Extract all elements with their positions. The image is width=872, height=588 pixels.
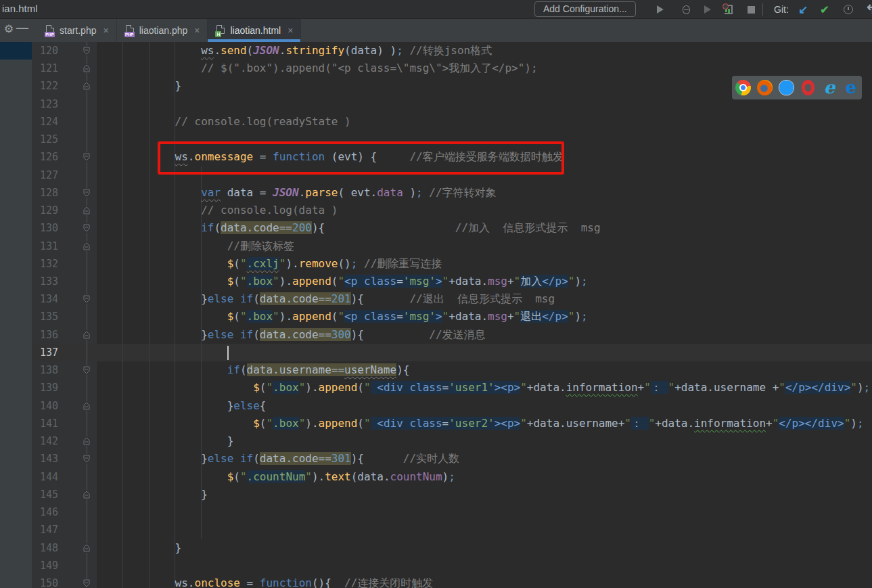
add-configuration-button[interactable]: Add Configuration... — [534, 1, 636, 17]
profiler-icon — [725, 5, 733, 14]
code-text: }else{ — [97, 397, 266, 415]
code-text — [97, 344, 227, 361]
code-line-149[interactable]: 149 — [0, 557, 872, 575]
fold-marker-down-icon[interactable] — [82, 579, 91, 588]
code-line-146[interactable]: 146 — [0, 503, 872, 522]
git-commit-icon[interactable]: ✔ — [817, 0, 832, 19]
run-with-coverage-icon — [704, 5, 711, 14]
fold-marker-down-icon[interactable] — [82, 46, 91, 55]
code-line-142[interactable]: 142 } — [0, 432, 872, 451]
code-line-120[interactable]: 120 ws.send(JSON.stringify(data) ); //转换… — [0, 42, 872, 60]
code-text: ws.send(JSON.stringify(data) ); //转换json… — [97, 42, 492, 60]
html-file-icon: H — [216, 25, 226, 36]
git-update-icon[interactable]: ↙ — [796, 0, 810, 19]
code-line-128[interactable]: 128 var data = JSON.parse( evt.data ); /… — [0, 184, 872, 202]
tab-liaotian.html[interactable]: Hliaotian.html× — [208, 19, 301, 42]
fold-marker-down-icon[interactable] — [82, 454, 91, 463]
fold-marker-up-icon[interactable] — [82, 436, 91, 446]
code-line-144[interactable]: 144 $(".countNum").text(data.countNum); — [0, 468, 872, 487]
code-editor[interactable]: 120 ws.send(JSON.stringify(data) ); //转换… — [0, 42, 872, 588]
code-line-132[interactable]: 132 $(".cxlj").remove(); //删除重写连接 — [0, 255, 872, 273]
code-text: var data = JSON.parse( evt.data ); //字符转… — [97, 184, 497, 202]
code-text: $(".box").append(" <div class='user2'><p… — [97, 415, 864, 432]
code-line-124[interactable]: 124 // console.log(readyState ) — [0, 113, 872, 131]
code-text: ws.onclose = function(){ //连接关闭时触发 — [97, 574, 433, 588]
code-line-138[interactable]: 138 if(data.username==userName){ — [0, 361, 872, 380]
tab-label: liaotian.html — [230, 25, 281, 36]
code-line-147[interactable]: 147 — [0, 521, 872, 539]
rollback-icon[interactable]: ↰ — [863, 0, 872, 19]
code-line-131[interactable]: 131 //删除该标签 — [0, 238, 872, 256]
debug-icon[interactable] — [679, 0, 693, 19]
ie-browser-icon[interactable]: e — [822, 80, 837, 95]
close-icon[interactable]: × — [103, 25, 108, 36]
code-line-150[interactable]: 150 ws.onclose = function(){ //连接关闭时触发 — [0, 574, 872, 588]
git-label: Git: — [770, 0, 793, 19]
code-text: } — [97, 486, 208, 503]
stop-icon[interactable] — [744, 0, 758, 19]
code-line-140[interactable]: 140 }else{ — [0, 397, 872, 415]
fold-marker-down-icon[interactable] — [82, 365, 91, 375]
safari-browser-icon[interactable] — [779, 80, 794, 95]
code-text: //删除该标签 — [97, 238, 294, 255]
firefox-browser-icon[interactable] — [757, 80, 773, 95]
browser-toolbar: ee — [732, 76, 862, 99]
tab-liaotian.php[interactable]: PHPliaotian.php× — [117, 19, 208, 42]
gear-icon[interactable]: ⚙ — [2, 22, 16, 37]
code-text: // console.log(data ) — [97, 202, 338, 219]
code-text: $(".box").append(" <div class='user1'><p… — [97, 379, 870, 397]
opera-browser-icon[interactable] — [801, 80, 814, 95]
code-line-143[interactable]: 143 }else if(data.code==301){ //实时人数 — [0, 450, 872, 468]
code-line-139[interactable]: 139 $(".box").append(" <div class='user1… — [0, 379, 872, 397]
fold-marker-up-icon[interactable] — [82, 64, 91, 73]
code-line-136[interactable]: 136 }else if(data.code==300){ //发送消息 — [0, 326, 872, 344]
tab-start.php[interactable]: PHPstart.php× — [37, 19, 117, 42]
git-commit-icon: ✔ — [820, 3, 829, 16]
fold-marker-up-icon[interactable] — [82, 490, 91, 499]
fold-marker-up-icon[interactable] — [82, 543, 91, 553]
fold-marker-up-icon[interactable] — [82, 401, 91, 411]
code-line-134[interactable]: 134 }else if(data.code==201){ //退出 信息形式提… — [0, 290, 872, 309]
editor-tab-bar: ⚙ — PHPstart.php×PHPliaotian.php×Hliaoti… — [0, 19, 872, 42]
fold-marker-down-icon[interactable] — [82, 223, 91, 233]
title-bar: ian.html Add Configuration... Git: ↙ ✔ ↰ — [0, 0, 872, 19]
edge-browser-icon[interactable]: e — [844, 80, 859, 95]
code-text: } — [97, 539, 181, 557]
history-icon[interactable] — [841, 0, 856, 19]
project-tool-strip[interactable] — [0, 42, 32, 588]
code-text: }else if(data.code==301){ //实时人数 — [97, 450, 459, 468]
php-file-icon: PHP — [45, 25, 55, 36]
run-icon — [657, 5, 664, 14]
fold-marker-up-icon[interactable] — [82, 81, 91, 91]
code-text: $(".countNum").text(data.countNum); — [97, 468, 455, 486]
code-line-129[interactable]: 129 // console.log(data ) — [0, 202, 872, 220]
project-selected-row[interactable] — [0, 42, 32, 60]
code-line-141[interactable]: 141 $(".box").append(" <div class='user2… — [0, 415, 872, 433]
fold-marker-down-icon[interactable] — [82, 294, 91, 304]
code-text: if(data.code==200){ //加入 信息形式提示 msg — [97, 219, 601, 237]
code-line-137[interactable]: 137 — [0, 344, 872, 362]
code-text: $(".cxlj").remove(); //删除重写连接 — [97, 255, 442, 273]
fold-marker-down-icon[interactable] — [82, 188, 91, 198]
close-icon[interactable]: × — [194, 25, 200, 36]
run-with-coverage-icon[interactable] — [701, 0, 714, 19]
code-line-130[interactable]: 130 if(data.code==200){ //加入 信息形式提示 msg — [0, 219, 872, 238]
hide-icon[interactable]: — — [16, 21, 28, 36]
fold-marker-up-icon[interactable] — [82, 242, 91, 251]
code-line-133[interactable]: 133 $(".box").append("<p class='msg'>"+d… — [0, 273, 872, 291]
text-caret — [227, 346, 229, 360]
fold-marker-up-icon[interactable] — [82, 330, 91, 340]
run-icon[interactable] — [653, 0, 667, 19]
toolbar-divider — [762, 3, 763, 16]
git-update-icon: ↙ — [798, 3, 808, 17]
close-icon[interactable]: × — [288, 25, 293, 36]
code-line-145[interactable]: 145 } — [0, 486, 872, 504]
code-text: $(".box").append("<p class='msg'>"+data.… — [97, 308, 588, 325]
code-line-135[interactable]: 135 $(".box").append("<p class='msg'>"+d… — [0, 308, 872, 326]
profiler-icon[interactable] — [721, 0, 736, 19]
fold-marker-down-icon[interactable] — [82, 152, 91, 162]
tab-label: start.php — [60, 25, 96, 36]
code-line-148[interactable]: 148 } — [0, 539, 872, 558]
chrome-browser-icon[interactable] — [735, 80, 751, 95]
fold-marker-up-icon[interactable] — [82, 206, 91, 215]
